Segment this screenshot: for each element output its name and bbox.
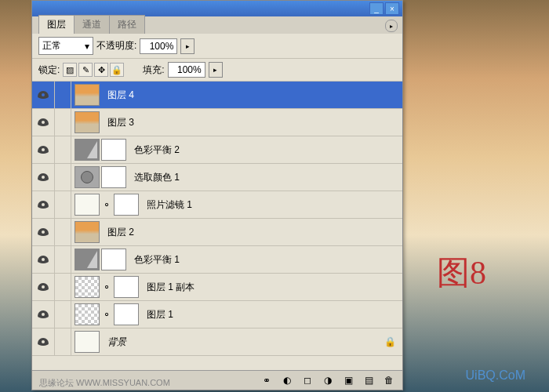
new-layer-icon[interactable]: ▤ [362,374,376,387]
lock-label: 锁定: [38,64,60,77]
eye-icon [38,283,49,291]
layer-name[interactable]: 色彩平衡 1 [129,253,180,267]
layers-panel: _ × 图层 通道 路径 ▸ 正常▾ 不透明度: 100% ▸ 锁定: ▨ ✎ … [31,0,403,390]
layer-name[interactable]: 选取颜色 1 [129,171,180,184]
figure-label: 图8 [437,251,486,295]
tab-layers[interactable]: 图层 [38,15,75,34]
mask-thumbnail[interactable] [101,166,126,188]
link-layers-icon[interactable]: ⚭ [260,374,274,387]
layer-thumbnails: ⚬ [71,276,142,298]
minimize-button[interactable]: _ [369,2,384,15]
lock-transparency-icon[interactable]: ▨ [63,63,77,77]
eye-icon [38,338,49,346]
panel-menu-icon[interactable]: ▸ [385,20,398,32]
tab-paths[interactable]: 路径 [109,15,145,34]
adjustment-layer-icon[interactable]: ◑ [321,374,335,387]
layer-row[interactable]: 色彩平衡 1 [32,246,402,274]
fill-arrow-icon[interactable]: ▸ [209,62,223,78]
close-button[interactable]: × [385,2,399,15]
opacity-arrow-icon[interactable]: ▸ [180,38,195,54]
layer-row[interactable]: 图层 2 [32,219,402,246]
new-group-icon[interactable]: ▣ [341,374,355,387]
fill-label: 填充: [143,64,164,77]
link-column [55,82,71,108]
link-column [55,109,71,136]
layer-thumbnail[interactable] [75,303,100,325]
lock-all-icon[interactable]: 🔒 [110,63,124,77]
layer-row[interactable]: ⚬照片滤镜 1 [32,191,402,219]
visibility-toggle[interactable] [32,219,55,245]
layer-style-icon[interactable]: ◐ [280,374,294,387]
layer-row[interactable]: 选取颜色 1 [32,164,402,191]
link-column [55,274,71,300]
layer-thumbnails: ⚬ [71,194,142,216]
layer-row[interactable]: 色彩平衡 2 [32,136,402,164]
layer-row[interactable]: ⚬图层 1 副本 [32,274,402,301]
layer-list[interactable]: 图层 4图层 3色彩平衡 2选取颜色 1⚬照片滤镜 1图层 2色彩平衡 1⚬图层… [32,82,402,372]
link-column [55,191,71,218]
eye-icon [38,310,49,318]
panel-titlebar[interactable]: _ × [32,1,402,16]
blend-mode-select[interactable]: 正常▾ [38,37,93,55]
mask-thumbnail[interactable] [101,249,126,270]
chevron-down-icon: ▾ [85,41,89,52]
layer-name[interactable]: 图层 1 副本 [142,281,195,294]
layer-row[interactable]: 图层 4 [32,82,402,109]
visibility-toggle[interactable] [32,274,55,300]
visibility-toggle[interactable] [32,109,55,136]
visibility-toggle[interactable] [32,328,55,355]
eye-icon [38,91,49,99]
eye-icon [38,118,49,126]
lock-pixels-icon[interactable]: ✎ [78,63,93,77]
mask-thumbnail[interactable] [101,139,126,161]
delete-layer-icon[interactable]: 🗑 [382,374,396,387]
layer-thumbnails [71,111,103,133]
layer-thumbnails [71,166,129,188]
link-column [55,219,71,245]
panel-tabs: 图层 通道 路径 ▸ [32,16,402,34]
layer-name[interactable]: 图层 4 [103,89,134,102]
layer-thumbnail[interactable] [75,194,100,216]
layer-thumbnail[interactable] [75,166,100,188]
blend-opacity-row: 正常▾ 不透明度: 100% ▸ [32,34,402,59]
layer-thumbnail[interactable] [75,111,100,133]
tab-channels[interactable]: 通道 [74,15,110,34]
lock-icons: ▨ ✎ ✥ 🔒 [63,63,124,77]
opacity-label: 不透明度: [96,39,136,53]
layer-thumbnails: ⚬ [71,303,142,325]
layer-thumbnails [71,84,103,106]
layer-name[interactable]: 图层 2 [103,226,134,239]
layer-thumbnail[interactable] [75,249,100,270]
visibility-toggle[interactable] [32,246,55,273]
visibility-toggle[interactable] [32,164,55,191]
layer-thumbnail[interactable] [75,139,100,161]
layer-thumbnails [71,249,129,270]
layer-thumbnails [71,139,129,161]
visibility-toggle[interactable] [32,82,55,108]
opacity-input[interactable]: 100% [140,38,177,54]
visibility-toggle[interactable] [32,191,55,218]
mask-thumbnail[interactable] [114,276,139,298]
credit-text: 思缘论坛 WWW.MISSYUAN.COM [39,377,170,389]
layer-row[interactable]: ⚬图层 1 [32,301,402,328]
visibility-toggle[interactable] [32,301,55,328]
mask-thumbnail[interactable] [114,303,139,325]
layer-thumbnail[interactable] [75,276,100,298]
layer-thumbnails [71,331,103,353]
visibility-toggle[interactable] [32,136,55,163]
fill-input[interactable]: 100% [168,62,205,78]
layer-name[interactable]: 色彩平衡 2 [129,143,180,157]
layer-thumbnail[interactable] [75,84,100,106]
mask-thumbnail[interactable] [114,194,139,216]
layer-thumbnail[interactable] [75,221,100,243]
layer-row[interactable]: 图层 3 [32,109,402,136]
layer-name[interactable]: 背景 [103,336,126,349]
layer-thumbnail[interactable] [75,331,100,353]
lock-position-icon[interactable]: ✥ [94,63,108,77]
layer-mask-icon[interactable]: ◻ [300,374,314,387]
layer-name[interactable]: 图层 1 [142,308,173,321]
link-column [55,164,71,191]
layer-row[interactable]: 背景🔒 [32,328,402,356]
layer-name[interactable]: 图层 3 [103,116,134,129]
layer-name[interactable]: 照片滤镜 1 [142,198,192,212]
